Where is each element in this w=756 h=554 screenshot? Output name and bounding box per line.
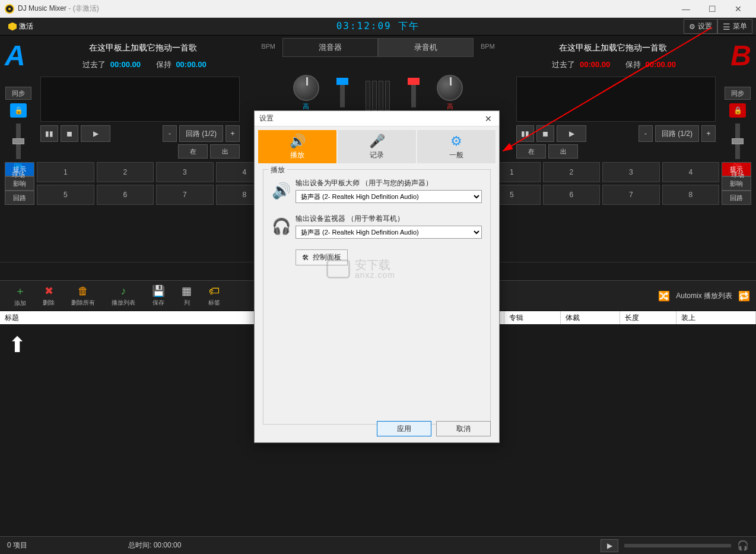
automix-label[interactable]: Automix 播放列表 — [676, 291, 732, 301]
toolbar-delete-all[interactable]: 🗑删除所有 — [63, 285, 103, 307]
statusbar-progress[interactable] — [624, 544, 731, 547]
window-titlebar: DJ Music Mixer - (非激活) — ☐ ✕ — [0, 0, 756, 18]
headphone-icon: 🎧 — [272, 217, 290, 236]
deck-a-loop-minus[interactable]: - — [163, 125, 177, 142]
monitor-output-select[interactable]: 扬声器 (2- Realtek High Definition Audio) — [296, 226, 482, 239]
deck-a-play-button[interactable]: ▶ — [81, 125, 110, 142]
microphone-icon: 🎤 — [369, 134, 385, 149]
toolbar-delete[interactable]: ✖删除 — [34, 284, 63, 307]
up-arrow-icon: ⬆ — [8, 333, 26, 357]
dialog-titlebar: 设置 ✕ — [255, 111, 499, 126]
shuffle-icon[interactable]: 🔀 — [658, 290, 670, 302]
col-genre[interactable]: 体裁 — [561, 311, 620, 324]
col-album[interactable]: 专辑 — [504, 311, 561, 324]
deck-a-title: 在这甲板上加载它拖动一首歌 — [30, 43, 256, 53]
deck-b-loop-out[interactable]: 出 — [548, 144, 578, 159]
dialog-section-label: 播放 — [268, 165, 287, 175]
deck-b-times: 过去了 00:00.00 保持 00:00.00 — [500, 59, 726, 70]
deck-a-loop-in[interactable]: 在 — [178, 144, 208, 159]
deck-b-pitch-slider[interactable] — [735, 124, 740, 159]
deck-b-lock-button[interactable]: 🔒 — [729, 103, 746, 118]
deck-b-pitch-label: 球场 — [731, 170, 744, 179]
clock-display: 03:12:09 下午 — [336, 20, 420, 33]
speaker-icon: 🔊 — [290, 134, 306, 149]
minimize-button[interactable]: — — [673, 4, 699, 14]
deck-a-slot-1[interactable]: 1 — [37, 162, 94, 182]
vu-meters — [366, 75, 390, 110]
deck-b-slot-6[interactable]: 6 — [543, 185, 601, 205]
toolbar-columns[interactable]: ▦列 — [173, 284, 200, 307]
channel-fader-b[interactable] — [411, 78, 416, 107]
deck-a-sync-button[interactable]: 同步 — [5, 87, 31, 100]
close-button[interactable]: ✕ — [725, 4, 751, 14]
deck-b-slot-2[interactable]: 2 — [543, 162, 601, 182]
deck-a-loop-plus[interactable]: + — [225, 125, 240, 142]
col-load[interactable]: 装上 — [676, 311, 756, 324]
toolbar-save[interactable]: 💾保存 — [144, 284, 173, 307]
col-length[interactable]: 长度 — [620, 311, 676, 324]
deck-b-play-button[interactable]: ▶ — [557, 125, 586, 142]
plus-icon: ＋ — [15, 284, 26, 298]
apply-button[interactable]: 应用 — [377, 421, 431, 436]
deck-b-loop-plus[interactable]: + — [701, 125, 716, 142]
deck-b-slot-3[interactable]: 3 — [602, 162, 660, 182]
toolbar-playlist[interactable]: ♪播放列表 — [103, 285, 144, 307]
repeat-icon[interactable]: 🔁 — [738, 290, 750, 302]
statusbar-play-button[interactable]: ▶ — [601, 539, 618, 552]
deck-b-loop-label: 回路 (1/2) — [655, 125, 699, 142]
deck-a-slot-7[interactable]: 7 — [156, 185, 214, 205]
deck-a-loop-out[interactable]: 出 — [210, 144, 240, 159]
dialog-tab-general[interactable]: ⚙ 一般 — [417, 130, 495, 163]
mixer-tab-recorder[interactable]: 录音机 — [378, 38, 474, 57]
dialog-tab-record[interactable]: 🎤 记录 — [338, 130, 416, 163]
dialog-close-button[interactable]: ✕ — [482, 114, 494, 124]
cancel-button[interactable]: 取消 — [436, 421, 491, 436]
toolbar-add[interactable]: ＋添加 — [6, 284, 34, 308]
deck-a-lock-button[interactable]: 🔒 — [10, 103, 27, 118]
deck-b-pause-button[interactable]: ▮▮ — [516, 125, 534, 142]
deck-b-slot-4[interactable]: 4 — [662, 162, 720, 182]
deck-a-slot-6[interactable]: 6 — [97, 185, 154, 205]
deck-a-slot-2[interactable]: 2 — [97, 162, 154, 182]
mixer-tab-mixer[interactable]: 混音器 — [282, 38, 378, 57]
toolbar-tag[interactable]: 🏷标签 — [200, 285, 228, 307]
deck-a-slot-5[interactable]: 5 — [37, 185, 94, 205]
deck-a-pitch-slider[interactable] — [16, 124, 21, 159]
app-icon — [5, 4, 14, 14]
deck-b-cue-tab-loop[interactable]: 回路 — [722, 191, 751, 205]
music-icon: ♪ — [121, 285, 126, 297]
deck-a-waveform[interactable] — [40, 77, 240, 122]
deck-a-stop-button[interactable]: ◼ — [61, 125, 78, 142]
gears-icon: ⚙ — [450, 134, 462, 149]
deck-b-stop-button[interactable]: ◼ — [536, 125, 554, 142]
activate-button[interactable]: 激活 — [4, 20, 38, 33]
deck-a-pause-button[interactable]: ▮▮ — [40, 125, 58, 142]
top-toolbar: 激活 03:12:09 下午 ⚙ 设置 ☰ 菜单 — [0, 18, 756, 36]
deck-b-letter: B — [730, 39, 751, 72]
deck-a-cue-tab-loop[interactable]: 回路 — [5, 191, 34, 205]
deck-b-loop-in[interactable]: 在 — [516, 144, 546, 159]
menu-button[interactable]: ☰ 菜单 — [717, 19, 752, 34]
deck-b-sync-button[interactable]: 同步 — [725, 87, 751, 100]
headphone-icon[interactable]: 🎧 — [737, 540, 749, 551]
trash-icon: 🗑 — [78, 285, 88, 297]
channel-fader-a[interactable] — [340, 78, 345, 107]
deck-b-slot-8[interactable]: 8 — [662, 185, 720, 205]
master-output-select[interactable]: 扬声器 (2- Realtek High Definition Audio) — [296, 190, 482, 203]
eq-label-b-high: 高 — [437, 102, 463, 111]
deck-b-waveform[interactable] — [516, 77, 716, 122]
dialog-tab-playback[interactable]: 🔊 播放 — [258, 130, 336, 163]
status-bar: 0 项目 总时间: 00:00:00 ▶ 🎧 — [0, 536, 756, 554]
columns-icon: ▦ — [182, 284, 192, 297]
deck-b-loop-minus[interactable]: - — [639, 125, 653, 142]
maximize-button[interactable]: ☐ — [699, 4, 725, 14]
settings-button[interactable]: ⚙ 设置 — [684, 19, 717, 34]
eq-knob-b-high[interactable] — [437, 75, 463, 101]
lock-icon: 🔒 — [14, 106, 23, 115]
control-panel-button[interactable]: 🛠 控制面板 — [296, 249, 348, 265]
deck-b-pitch-value: 0% — [733, 163, 742, 169]
eq-knob-a-high[interactable] — [293, 75, 319, 101]
deck-a-slot-3[interactable]: 3 — [156, 162, 214, 182]
deck-b-slot-7[interactable]: 7 — [602, 185, 660, 205]
eq-label-a-high: 高 — [293, 102, 319, 111]
